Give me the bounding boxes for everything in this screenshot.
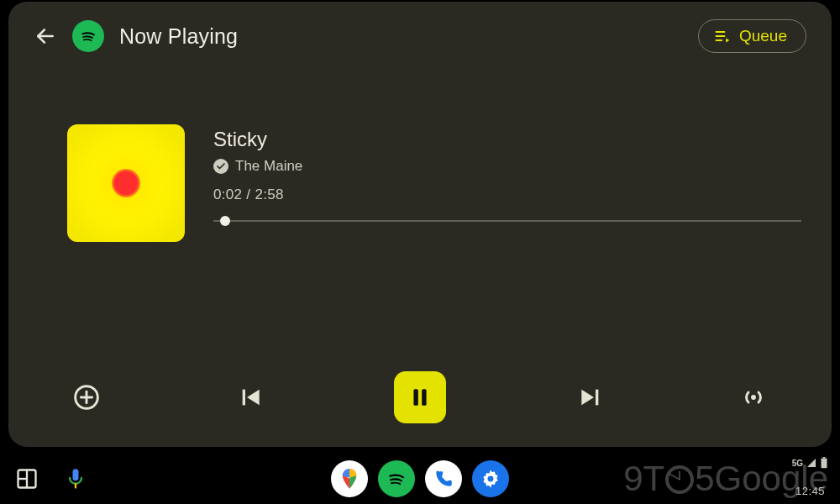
- pause-button[interactable]: [394, 371, 446, 423]
- skip-previous-icon: [237, 384, 264, 411]
- gear-icon: [480, 468, 501, 490]
- dock-phone-button[interactable]: [425, 460, 462, 497]
- arrow-left-icon: [34, 25, 56, 47]
- svg-rect-18: [822, 458, 827, 468]
- time-readout: 0:02 / 2:58: [213, 186, 806, 203]
- skip-next-icon: [577, 384, 604, 411]
- header: Now Playing Queue: [34, 12, 806, 60]
- dock-maps-button[interactable]: [331, 460, 368, 497]
- add-button[interactable]: [67, 378, 106, 417]
- now-playing-card: Now Playing Queue Sticky The Maine: [8, 2, 832, 447]
- microphone-icon: [64, 467, 87, 491]
- back-button[interactable]: [34, 24, 57, 48]
- svg-rect-19: [823, 457, 826, 458]
- time-elapsed: 0:02: [213, 186, 242, 202]
- broadcast-button[interactable]: [734, 378, 773, 417]
- verified-badge-icon: [213, 159, 228, 174]
- svg-rect-8: [596, 390, 598, 406]
- next-button[interactable]: [571, 378, 610, 417]
- signal-icon: [806, 458, 816, 468]
- status-cluster: 5G: [792, 457, 828, 469]
- svg-rect-7: [422, 389, 426, 406]
- progress-thumb[interactable]: [220, 216, 230, 226]
- voice-button[interactable]: [64, 467, 87, 491]
- album-art-graphic: [112, 169, 140, 197]
- plus-circle-icon: [73, 384, 100, 411]
- svg-point-17: [488, 476, 494, 482]
- track-title: Sticky: [213, 128, 806, 151]
- dock-spotify-button[interactable]: [378, 460, 415, 497]
- progress-track: [213, 221, 801, 222]
- dashboard-button[interactable]: [15, 467, 39, 491]
- dock-settings-button[interactable]: [472, 460, 509, 497]
- system-clock: 12:45: [795, 485, 825, 497]
- artist-row: The Maine: [213, 158, 806, 175]
- artist-name: The Maine: [235, 158, 302, 175]
- queue-button[interactable]: Queue: [698, 19, 806, 53]
- maps-icon: [338, 467, 361, 491]
- track-info: Sticky The Maine 0:02 / 2:58: [213, 124, 806, 225]
- svg-rect-5: [242, 390, 244, 406]
- playback-controls: [8, 371, 832, 423]
- pause-icon: [409, 386, 431, 408]
- svg-rect-6: [413, 389, 417, 406]
- network-label: 5G: [792, 459, 803, 468]
- progress-bar[interactable]: [213, 217, 801, 225]
- previous-button[interactable]: [231, 378, 270, 417]
- page-title: Now Playing: [119, 24, 238, 49]
- time-duration: 2:58: [255, 186, 283, 202]
- phone-icon: [433, 468, 454, 490]
- dock: [331, 460, 509, 497]
- queue-icon: [714, 28, 731, 45]
- album-art[interactable]: [67, 124, 185, 242]
- battery-icon: [820, 457, 828, 469]
- track-content: Sticky The Maine 0:02 / 2:58: [67, 124, 806, 242]
- spotify-logo-icon: [72, 20, 104, 52]
- spotify-icon: [385, 467, 408, 491]
- svg-point-9: [751, 395, 756, 400]
- broadcast-icon: [740, 384, 767, 411]
- queue-button-label: Queue: [739, 27, 787, 45]
- system-bar: [0, 454, 840, 504]
- dashboard-icon: [15, 467, 39, 491]
